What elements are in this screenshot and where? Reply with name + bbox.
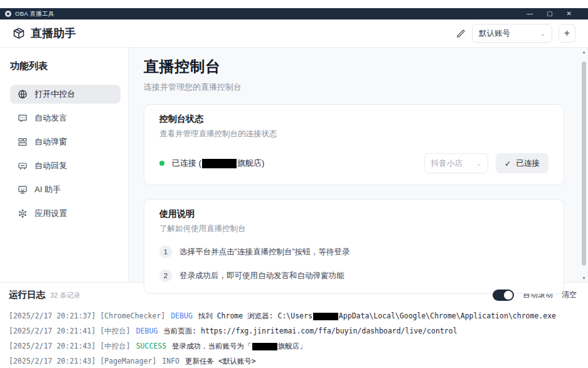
status-text-prefix: 已连接 ( (172, 158, 201, 169)
sidebar-item-label: 应用设置 (35, 208, 67, 219)
log-entry: [2025/2/17 20:21:37] [ChromeChecker] DEB… (9, 308, 579, 323)
app-header: 直播助手 默认账号 ⌄ + (0, 19, 588, 48)
sidebar-title: 功能列表 (10, 60, 120, 72)
add-account-button[interactable]: + (559, 24, 575, 43)
autoscroll-toggle[interactable] (493, 290, 514, 301)
chat-bubble-icon (18, 113, 28, 123)
log-panel: 运行日志 32 条记录 自动滚动 清空 [2025/2/17 20:21:37]… (0, 282, 588, 368)
log-timestamp: [2025/2/17 20:21:43] (9, 357, 100, 365)
scroll-down-arrow-icon[interactable]: ▾ (581, 275, 587, 281)
log-message: 登录成功，当前账号为「 (172, 342, 252, 350)
step-number-badge: 2 (159, 269, 172, 282)
clear-log-button[interactable]: 清空 (562, 290, 577, 300)
redacted-shop-name (202, 159, 237, 168)
check-icon: ✓ (505, 159, 511, 168)
sidebar-item-auto-reply[interactable]: 自动回复 (10, 156, 120, 175)
sidebar-item-auto-popup[interactable]: 自动弹窗 (10, 133, 120, 151)
log-message: 当前页面: https://fxg.jinritemai.com/ffa/buy… (163, 327, 457, 335)
gear-icon (18, 208, 28, 219)
sidebar-item-label: 打开中控台 (35, 89, 75, 100)
main-scrollbar[interactable]: ▴ ▾ (581, 48, 587, 282)
close-button[interactable]: ✕ (567, 11, 572, 17)
log-message: AppData\Local\Google\Chrome\Application\… (339, 311, 556, 320)
log-entry: [2025/2/17 20:21:43] [PageManager] INFO … (9, 354, 579, 368)
help-step: 2 登录成功后，即可使用自动发言和自动弹窗功能 (159, 269, 548, 282)
window-top-margin (0, 0, 588, 8)
step-number-badge: 1 (159, 246, 172, 258)
step-text: 登录成功后，即可使用自动发言和自动弹窗功能 (179, 271, 345, 281)
status-card-subtitle: 查看并管理直播控制台的连接状态 (159, 129, 548, 139)
globe-icon (18, 89, 28, 99)
sidebar-item-label: 自动回复 (35, 160, 67, 171)
log-level-badge: DEBUG (171, 311, 197, 320)
log-timestamp: [2025/2/17 20:21:41] (9, 327, 100, 335)
sidebar-item-ai-assistant[interactable]: AI 助手 (10, 180, 120, 199)
connected-button-label: 已连接 (516, 158, 540, 169)
log-module: [中控台] (100, 327, 134, 335)
platform-select-value: 抖音小店 (431, 158, 462, 169)
connected-button[interactable]: ✓ 已连接 (496, 153, 548, 173)
toggle-knob (504, 291, 513, 300)
page-subtitle: 连接并管理您的直播控制台 (144, 82, 564, 93)
connected-status-text: 已连接 ( 旗舰店) (172, 158, 264, 169)
ai-monitor-icon (18, 185, 28, 195)
chevron-down-icon: ⌄ (476, 160, 481, 167)
log-module: [ChromeChecker] (100, 311, 169, 320)
log-entry: [2025/2/17 20:21:43] [中控台] SUCCESS 登录成功，… (9, 338, 579, 354)
log-entries-list: [2025/2/17 20:21:37] [ChromeChecker] DEB… (0, 306, 588, 368)
sidebar-item-open-console[interactable]: 打开中控台 (10, 85, 120, 104)
status-card-title: 控制台状态 (159, 114, 548, 125)
log-entry: [2025/2/17 20:21:41] [中控台] DEBUG 当前页面: h… (9, 323, 579, 338)
scroll-up-arrow-icon[interactable]: ▴ (581, 49, 587, 55)
help-step: 1 选择平台并点击"连接直播控制台"按钮，等待登录 (159, 246, 548, 258)
log-message: 找到 Chrome 浏览器: C:\Users (198, 311, 313, 320)
log-level-badge: DEBUG (136, 327, 163, 335)
log-record-count: 32 条记录 (50, 291, 80, 300)
account-select-value: 默认账号 (479, 28, 510, 39)
main-content: 直播控制台 连接并管理您的直播控制台 控制台状态 查看并管理直播控制台的连接状态… (129, 48, 588, 282)
maximize-button[interactable]: ▢ (547, 11, 552, 17)
connected-status-dot (159, 161, 164, 166)
step-text: 选择平台并点击"连接直播控制台"按钮，等待登录 (179, 247, 350, 257)
sidebar-item-label: 自动弹窗 (35, 136, 67, 148)
sidebar-item-app-settings[interactable]: 应用设置 (10, 204, 120, 223)
reply-message-icon (18, 161, 28, 171)
log-panel-title: 运行日志 (9, 289, 45, 301)
sidebar-item-label: 自动发言 (35, 112, 67, 124)
account-select[interactable]: 默认账号 ⌄ (472, 24, 552, 43)
app-logo-icon (5, 11, 11, 17)
help-card-subtitle: 了解如何使用直播控制台 (159, 224, 548, 234)
log-timestamp: [2025/2/17 20:21:43] (9, 342, 100, 350)
chevron-down-icon: ⌄ (540, 30, 545, 37)
log-message: 更新任务 <默认账号> (185, 357, 256, 365)
status-text-suffix: 旗舰店) (237, 158, 264, 169)
window-title: OBA 直播工具 (15, 10, 55, 18)
titlebar: OBA 直播工具 — ▢ ✕ (0, 8, 588, 19)
usage-help-card: 使用说明 了解如何使用直播控制台 1 选择平台并点击"连接直播控制台"按钮，等待… (144, 199, 564, 294)
scrollbar-thumb[interactable] (582, 62, 586, 266)
app-cube-icon (13, 27, 25, 40)
popup-windows-icon (18, 137, 28, 147)
sidebar: 功能列表 打开中控台 自动发言 自动弹窗 自动回复 (0, 48, 129, 282)
log-message: 旗舰店」 (278, 342, 307, 350)
sidebar-item-label: AI 助手 (35, 184, 61, 195)
redacted-text (252, 343, 277, 350)
redacted-text (313, 313, 338, 320)
log-timestamp: [2025/2/17 20:21:37] (9, 311, 100, 320)
log-module: [PageManager] (100, 357, 161, 365)
log-module: [中控台] (100, 342, 134, 350)
platform-select[interactable]: 抖音小店 ⌄ (424, 153, 488, 173)
page-app-title: 直播助手 (31, 26, 76, 41)
help-card-title: 使用说明 (159, 208, 548, 220)
minimize-button[interactable]: — (527, 11, 533, 17)
log-level-badge: SUCCESS (136, 342, 171, 350)
sidebar-item-auto-speak[interactable]: 自动发言 (10, 109, 120, 127)
edit-account-icon[interactable] (456, 29, 466, 38)
page-title: 直播控制台 (144, 57, 564, 77)
console-status-card: 控制台状态 查看并管理直播控制台的连接状态 已连接 ( 旗舰店) 抖音小店 ⌄ … (144, 104, 564, 185)
log-level-badge: INFO (162, 357, 184, 365)
